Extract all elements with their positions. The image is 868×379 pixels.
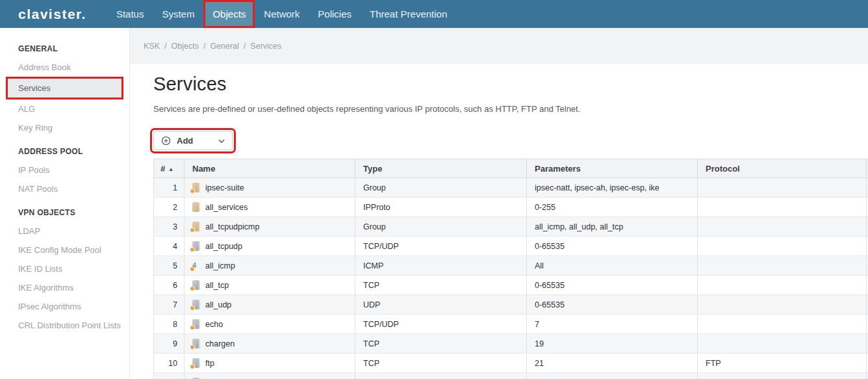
table-row[interactable]: 2 all_services IPProto 0-255 — [154, 198, 868, 217]
breadcrumb-objects[interactable]: Objects — [172, 42, 199, 51]
breadcrumb-separator: / — [203, 42, 205, 51]
row-protocol: FTP — [698, 354, 867, 373]
table-row[interactable]: 3 all_tcpudpicmp Group all_icmp, all_udp… — [154, 217, 868, 237]
breadcrumb-services[interactable]: Services — [250, 42, 281, 51]
chevron-down-icon — [218, 139, 225, 143]
sidebar-section-vpn-objects: VPN OBJECTS — [0, 198, 129, 222]
column-header-type[interactable]: Type — [355, 159, 527, 178]
service-name: all_icmp — [205, 261, 235, 270]
sidebar-item-ip-pools[interactable]: IP Pools — [0, 161, 129, 179]
sidebar-section-address-pool: ADDRESS POOL — [0, 137, 129, 161]
sidebar-item-ipsec-algorithms[interactable]: IPsec Algorithms — [0, 297, 129, 316]
sidebar-item-address-book[interactable]: Address Book — [0, 58, 129, 77]
row-protocol — [698, 276, 867, 295]
row-number: 1 — [154, 178, 185, 198]
nav-item-network[interactable]: Network — [255, 0, 309, 28]
service-icon — [192, 241, 200, 251]
sidebar: GENERAL Address Book Services ALG Key Ri… — [0, 28, 130, 379]
row-name-cell[interactable]: ftp — [185, 354, 355, 373]
row-number: 8 — [154, 315, 185, 334]
row-number: 10 — [154, 354, 185, 373]
service-name: all_tcpudp — [205, 242, 242, 251]
row-number: 11 — [154, 373, 185, 379]
row-type: IPProto — [355, 198, 527, 217]
service-icon-badge — [190, 325, 195, 330]
table-row[interactable]: 11 ssh TCP 22 — [154, 373, 868, 379]
sidebar-item-ike-config-mode-pool[interactable]: IKE Config Mode Pool — [0, 241, 129, 259]
service-name: all_tcpudpicmp — [205, 222, 259, 231]
services-table: #▲ Name Type Parameters Protocol 1 — [153, 159, 868, 379]
service-name: all_tcp — [205, 281, 229, 290]
table-row[interactable]: 9 chargen TCP 19 — [154, 334, 868, 354]
row-type: TCP/UDP — [355, 315, 527, 334]
row-name-cell[interactable]: ssh — [185, 373, 355, 379]
row-protocol — [698, 256, 867, 276]
column-header-protocol[interactable]: Protocol — [698, 159, 867, 178]
table-row[interactable]: 6 all_tcp TCP 0-65535 — [154, 276, 868, 295]
service-icon-badge — [190, 247, 195, 252]
main-area: KSK / Objects / General / Services Servi… — [130, 28, 868, 379]
column-header-name[interactable]: Name — [185, 159, 355, 178]
nav-item-policies[interactable]: Policies — [309, 0, 361, 28]
nav-item-system[interactable]: System — [153, 0, 203, 28]
service-icon — [192, 222, 200, 231]
row-name-cell[interactable]: 4 all_icmp — [185, 256, 355, 276]
table-row[interactable]: 8 echo TCP/UDP 7 — [154, 315, 868, 334]
sidebar-item-ike-id-lists[interactable]: IKE ID Lists — [0, 259, 129, 278]
nav-item-objects[interactable]: Objects — [203, 0, 255, 28]
service-name: all_services — [205, 203, 248, 212]
row-type: TCP — [355, 354, 527, 373]
column-header-parameters[interactable]: Parameters — [527, 159, 698, 178]
table-row[interactable]: 4 all_tcpudp TCP/UDP 0-65535 — [154, 237, 868, 256]
sidebar-item-ldap[interactable]: LDAP — [0, 222, 129, 241]
row-parameters: 7 — [527, 315, 698, 334]
service-icon-badge — [190, 345, 195, 350]
row-parameters: 0-65535 — [527, 295, 698, 315]
add-button[interactable]: Add — [153, 131, 233, 150]
table-row[interactable]: 10 ftp TCP 21 FTP — [154, 354, 868, 373]
table-row[interactable]: 5 4 all_icmp ICMP All — [154, 256, 868, 276]
row-protocol — [698, 237, 867, 256]
nav-item-status[interactable]: Status — [107, 0, 153, 28]
row-type: TCP — [355, 334, 527, 354]
row-name-cell[interactable]: all_tcp — [185, 276, 355, 295]
sidebar-item-key-ring[interactable]: Key Ring — [0, 118, 129, 137]
row-protocol — [698, 217, 867, 237]
row-name-cell[interactable]: all_tcpudpicmp — [185, 217, 355, 237]
row-protocol — [698, 295, 867, 315]
row-number: 4 — [154, 237, 185, 256]
breadcrumb-separator: / — [244, 42, 246, 51]
row-number: 9 — [154, 334, 185, 354]
row-name-cell[interactable]: ipsec-suite — [185, 178, 355, 198]
row-name-cell[interactable]: echo — [185, 315, 355, 334]
service-icon — [192, 300, 200, 309]
sidebar-item-crl-distribution-point-lists[interactable]: CRL Distribution Point Lists — [0, 316, 129, 335]
nav-item-threat-prevention[interactable]: Threat Prevention — [361, 0, 456, 28]
service-icon — [192, 358, 200, 368]
column-header-number[interactable]: #▲ — [154, 159, 185, 178]
row-number: 7 — [154, 295, 185, 315]
row-name-cell[interactable]: all_udp — [185, 295, 355, 315]
sidebar-item-nat-pools[interactable]: NAT Pools — [0, 179, 129, 198]
row-protocol — [698, 178, 867, 198]
breadcrumb-ksk[interactable]: KSK — [144, 42, 160, 51]
row-type: ICMP — [355, 256, 527, 276]
service-name: chargen — [205, 339, 235, 348]
row-name-cell[interactable]: all_services — [185, 198, 355, 217]
row-number: 2 — [154, 198, 185, 217]
sidebar-item-ike-algorithms[interactable]: IKE Algorithms — [0, 278, 129, 297]
sidebar-item-alg[interactable]: ALG — [0, 99, 129, 118]
sidebar-item-services[interactable]: Services — [8, 79, 121, 98]
table-row[interactable]: 1 ipsec-suite Group ipsec-natt, ipsec-ah… — [154, 178, 868, 198]
service-icon-badge — [190, 267, 195, 272]
top-navbar: clavister. Status System Objects Network… — [0, 0, 868, 28]
service-icon-badge — [190, 228, 195, 233]
breadcrumb-general[interactable]: General — [210, 42, 238, 51]
service-icon: 4 — [192, 261, 200, 270]
row-name-cell[interactable]: chargen — [185, 334, 355, 354]
service-name: all_udp — [205, 300, 231, 309]
row-parameters: All — [527, 256, 698, 276]
row-protocol — [698, 373, 867, 379]
row-name-cell[interactable]: all_tcpudp — [185, 237, 355, 256]
table-row[interactable]: 7 all_udp UDP 0-65535 — [154, 295, 868, 315]
